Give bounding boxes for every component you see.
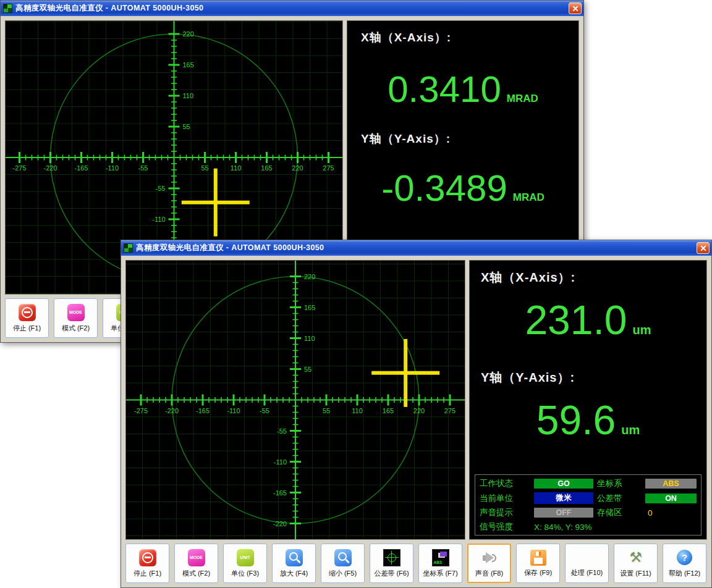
storage-label: 存储区 [597, 507, 642, 518]
x-axis-value: 231.0 [525, 302, 627, 338]
mode-icon: MODE [67, 304, 85, 321]
work-status-badge: GO [534, 479, 593, 489]
help-button[interactable]: ? 帮助 (F12) [663, 544, 706, 583]
save-icon [530, 550, 546, 566]
x-axis-label: X轴（X-Axis）: [481, 269, 701, 286]
mode-button[interactable]: MODE 模式 (F2) [174, 544, 218, 583]
y-axis-label: Y轴（Y-Axis）: [481, 369, 701, 386]
stop-button[interactable]: 停止 (F1) [125, 544, 169, 583]
y-axis-label: Y轴（Y-Axis）: [361, 131, 574, 147]
unit-button[interactable]: UNIT 单位 (F3) [223, 544, 267, 583]
tolerance-band-button[interactable]: 公差带 (F6) [370, 544, 413, 583]
reticle-graph: -275-220-165-110-55551101652202752201651… [126, 261, 465, 539]
window-title: 高精度双轴光电自准直仪 - AUTOMAT 5000UH-3050 [15, 3, 566, 14]
coordsys-icon: ABS [432, 549, 449, 566]
svg-text:-220: -220 [273, 520, 287, 527]
zoom-out-button[interactable]: 缩小 (F5) [321, 544, 365, 583]
tolerance-badge: ON [645, 494, 697, 503]
button-label: 公差带 (F6) [374, 569, 409, 578]
svg-text:-55: -55 [260, 407, 269, 414]
svg-text:220: 220 [292, 164, 303, 172]
y-axis-value: -0.3489 [381, 172, 507, 205]
close-icon[interactable] [569, 2, 582, 14]
stop-button[interactable]: 停止 (F1) [5, 298, 49, 338]
svg-text:110: 110 [231, 164, 242, 172]
close-icon[interactable] [697, 242, 710, 254]
svg-text:55: 55 [201, 164, 208, 172]
reticle-graph-panel: -275-220-165-110-55551101652202752201651… [125, 260, 465, 540]
x-axis-unit: MRAD [507, 93, 538, 104]
svg-text:165: 165 [383, 407, 394, 414]
desktop: 高精度双轴光电自准直仪 - AUTOMAT 5000UH-3050 -275-2… [0, 0, 712, 588]
x-axis-value: 0.3410 [388, 73, 501, 106]
svg-text:55: 55 [183, 123, 190, 130]
svg-text:-110: -110 [152, 216, 165, 223]
status-panel: 工作状态 GO 坐标系 ABS 当前单位 微米 公差带 ON 声音提示 OFF … [475, 474, 701, 536]
tolerance-icon [383, 549, 400, 566]
svg-text:-275: -275 [134, 407, 148, 414]
svg-text:-165: -165 [196, 407, 210, 414]
svg-text:165: 165 [304, 304, 315, 311]
y-axis-unit: MRAD [513, 192, 545, 203]
button-label: 停止 (F1) [13, 324, 41, 333]
button-label: 模式 (F2) [62, 324, 90, 333]
x-axis-unit: um [633, 324, 651, 336]
svg-text:-275: -275 [12, 164, 26, 172]
svg-text:-165: -165 [273, 489, 287, 497]
svg-text:-220: -220 [165, 407, 179, 414]
coordsys-button[interactable]: ABS 坐标系 (F7) [418, 544, 462, 583]
sound-prompt-badge: OFF [534, 508, 593, 518]
stop-icon [139, 549, 156, 566]
button-label: 放大 (F4) [280, 569, 308, 578]
svg-text:275: 275 [444, 407, 456, 414]
zoom-in-icon [286, 549, 303, 566]
svg-text:110: 110 [352, 407, 363, 414]
svg-text:-220: -220 [43, 164, 57, 172]
current-unit-badge: 微米 [534, 492, 593, 504]
y-axis-value: 59.6 [536, 402, 616, 439]
svg-text:220: 220 [183, 30, 194, 38]
button-label: 处理 (F10) [571, 568, 603, 578]
signal-strength-label: 信号强度 [480, 521, 530, 532]
svg-text:110: 110 [304, 335, 315, 342]
help-icon-glyph: ? [677, 550, 692, 565]
svg-text:165: 165 [261, 164, 272, 172]
button-label: 设置 (F11) [620, 569, 651, 578]
titlebar[interactable]: 高精度双轴光电自准直仪 - AUTOMAT 5000UH-3050 [1, 1, 583, 16]
help-icon: ? [676, 549, 693, 566]
button-label: 帮助 (F12) [669, 569, 700, 578]
work-status-label: 工作状态 [480, 478, 530, 489]
unit-icon: UNIT [237, 549, 254, 566]
zoom-in-button[interactable]: 放大 (F4) [272, 544, 316, 583]
save-button[interactable]: 保存 (F9) [516, 544, 560, 583]
current-unit-label: 当前单位 [480, 493, 530, 504]
settings-button[interactable]: ⚒ 设置 (F11) [614, 544, 658, 583]
svg-text:55: 55 [304, 366, 312, 373]
readout-panel: X轴（X-Axis）: 231.0 um Y轴（Y-Axis）: 59.6 um… [469, 260, 707, 540]
svg-text:110: 110 [183, 92, 194, 99]
mode-button[interactable]: MODE 模式 (F2) [54, 298, 98, 338]
process-button[interactable]: 处理 (F10) [565, 544, 609, 583]
tolerance-label: 公差带 [597, 493, 642, 504]
coordsys-icon-text: ABS [434, 560, 443, 565]
x-axis-label: X轴（X-Axis）: [361, 30, 574, 46]
zoom-out-icon [334, 549, 352, 566]
window-title: 高精度双轴光电自准直仪 - AUTOMAT 5000UH-3050 [136, 243, 693, 253]
toolbar: 停止 (F1) MODE 模式 (F2) UNIT 单位 (F3) 放大 (F4… [125, 544, 707, 583]
svg-text:220: 220 [304, 273, 315, 280]
coordsys-badge: ABS [645, 479, 697, 489]
mode-icon: MODE [188, 549, 205, 566]
svg-text:55: 55 [323, 407, 330, 414]
button-label: 单位 (F3) [231, 569, 259, 578]
front-window: 高精度双轴光电自准直仪 - AUTOMAT 5000UH-3050 -275-2… [121, 240, 712, 588]
process-icon [579, 550, 595, 566]
svg-text:-55: -55 [156, 185, 166, 192]
mode-icon-text: MODE [69, 310, 82, 314]
storage-value: 0 [645, 508, 697, 518]
svg-text:275: 275 [323, 164, 334, 172]
sound-button[interactable]: 声音 (F8) [467, 544, 511, 583]
mode-icon-text: MODE [190, 555, 203, 560]
svg-text:165: 165 [183, 61, 194, 69]
titlebar[interactable]: 高精度双轴光电自准直仪 - AUTOMAT 5000UH-3050 [121, 240, 711, 256]
svg-text:-55: -55 [138, 164, 148, 172]
